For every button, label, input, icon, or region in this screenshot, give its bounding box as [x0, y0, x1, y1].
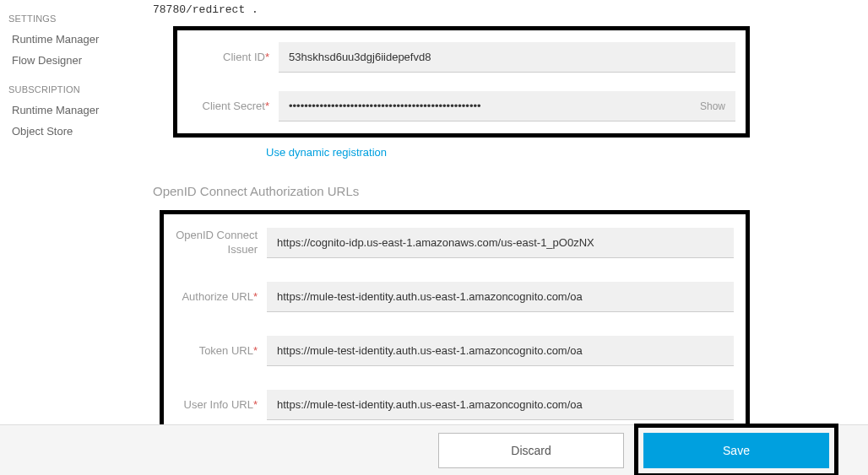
urls-section-title: OpenID Connect Authorization URLs — [153, 184, 851, 198]
client-id-input[interactable] — [289, 51, 725, 63]
discard-button[interactable]: Discard — [438, 433, 624, 468]
redirect-code: 78780/redirect . — [153, 0, 851, 19]
sidebar-item-runtime-manager-sub[interactable]: Runtime Manager — [0, 100, 118, 121]
authorize-url-input[interactable] — [277, 290, 724, 303]
client-secret-input[interactable] — [289, 100, 700, 112]
save-highlight-box: Save — [634, 424, 838, 476]
client-credentials-box: Client ID* Client Secret* Show — [173, 26, 750, 138]
userinfo-url-label: User Info URL* — [176, 398, 260, 413]
sidebar-item-object-store[interactable]: Object Store — [0, 121, 118, 142]
sidebar-section-settings: SETTINGS — [0, 8, 118, 29]
token-url-label: Token URL* — [176, 344, 260, 359]
authorize-url-label: Authorize URL* — [176, 290, 260, 305]
sidebar: SETTINGS Runtime Manager Flow Designer S… — [0, 0, 118, 150]
sidebar-item-runtime-manager[interactable]: Runtime Manager — [0, 29, 118, 50]
sidebar-section-subscription: SUBSCRIPTION — [0, 79, 118, 100]
issuer-input[interactable] — [277, 236, 724, 249]
dynamic-registration-link[interactable]: Use dynamic registration — [266, 146, 387, 159]
token-url-input[interactable] — [277, 344, 724, 357]
save-button[interactable]: Save — [643, 433, 829, 468]
show-secret-link[interactable]: Show — [700, 100, 725, 112]
urls-box: OpenID Connect Issuer Authorize URL* Tok… — [160, 210, 750, 438]
footer: Discard Save — [0, 424, 868, 475]
sidebar-item-flow-designer[interactable]: Flow Designer — [0, 50, 118, 71]
main-content: 78780/redirect . Client ID* Client Secre… — [122, 0, 868, 424]
userinfo-url-input[interactable] — [277, 398, 724, 411]
client-id-label: Client ID* — [187, 51, 272, 65]
client-secret-label: Client Secret* — [187, 100, 272, 114]
issuer-label: OpenID Connect Issuer — [176, 229, 260, 257]
